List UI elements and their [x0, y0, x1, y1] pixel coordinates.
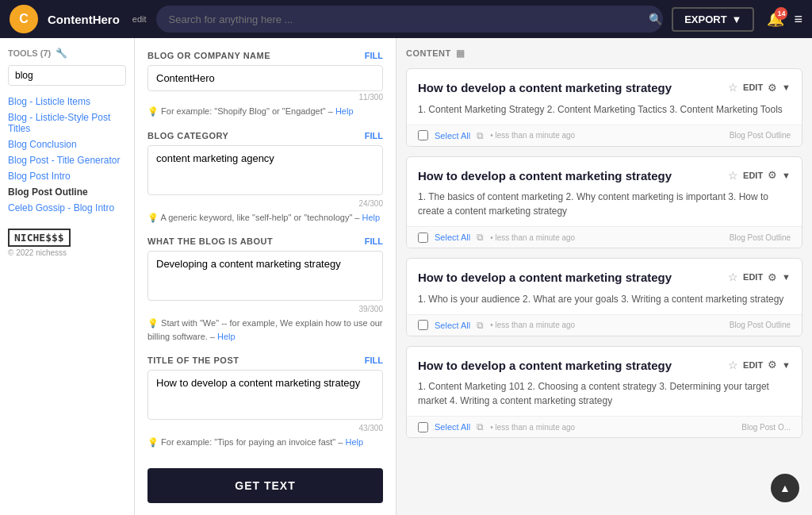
result-card: How to develop a content marketing strat… [406, 156, 802, 249]
blog-category-field: BLOG CATEGORY FILL content marketing age… [147, 131, 383, 225]
wrench-icon[interactable]: 🔧 [56, 48, 67, 59]
app-name: ContentHero [48, 13, 120, 26]
blog-category-help-link[interactable]: Help [362, 213, 381, 222]
title-char-count: 43/300 [147, 424, 383, 432]
sidebar-item[interactable]: Blog - Listicle Items [8, 94, 126, 110]
select-all-link[interactable]: Select All [435, 131, 470, 140]
about-field: WHAT THE BLOG IS ABOUT FILL Developing a… [147, 236, 383, 343]
content-section-title: CONTENT [406, 48, 451, 58]
card-checkbox[interactable] [418, 130, 428, 140]
copy-icon[interactable]: ⧉ [477, 232, 484, 243]
copyright-text: © 2022 nichesss [8, 248, 126, 257]
chevron-down-icon[interactable]: ▼ [782, 171, 791, 180]
star-icon[interactable]: ☆ [728, 169, 738, 182]
sidebar-item[interactable]: Blog Post Outline [8, 184, 126, 200]
edit-button[interactable]: EDIT [743, 83, 763, 92]
title-label: TITLE OF THE POST [147, 356, 239, 365]
sidebar-links: Blog - Listicle ItemsBlog - Listicle-Sty… [8, 94, 126, 216]
card-type-label: Blog Post Outline [730, 233, 791, 242]
content-header: CONTENT ▦ [406, 48, 802, 59]
blog-name-field: BLOG OR COMPANY NAME FILL 11/300 💡 For e… [147, 51, 383, 118]
title-fill-button[interactable]: FILL [365, 356, 383, 365]
edit-button[interactable]: EDIT [743, 272, 763, 282]
select-all-link[interactable]: Select All [435, 422, 470, 432]
main-layout: TOOLS (7) 🔧 Blog - Listicle ItemsBlog - … [0, 38, 812, 515]
sidebar-item[interactable]: Blog - Listicle-Style Post Titles [8, 110, 126, 136]
star-icon[interactable]: ☆ [728, 359, 738, 371]
card-body-text: 1. Who is your audience 2. What are your… [418, 292, 791, 306]
about-hint: 💡 Start with "We" -- for example, We exp… [147, 317, 383, 343]
notifications-button[interactable]: 🔔 14 [767, 10, 784, 28]
chevron-down-icon[interactable]: ▼ [782, 83, 791, 92]
sidebar-search-input[interactable] [8, 65, 126, 86]
edit-link[interactable]: edit [132, 14, 147, 24]
title-help-link[interactable]: Help [345, 437, 363, 447]
chevron-down-icon[interactable]: ▼ [782, 272, 791, 282]
gear-icon[interactable]: ⚙ [768, 169, 777, 181]
top-nav: C ContentHero edit 🔍 EXPORT ▼ 🔔 14 ≡ [0, 0, 812, 38]
sidebar-bottom: NICHE$$$ © 2022 nichesss [8, 229, 126, 257]
export-button[interactable]: EXPORT ▼ [672, 7, 754, 32]
menu-icon[interactable]: ≡ [794, 11, 802, 28]
card-checkbox[interactable] [418, 422, 428, 432]
edit-button[interactable]: EDIT [743, 171, 763, 180]
chevron-down-icon[interactable]: ▼ [782, 360, 791, 370]
blog-category-fill-button[interactable]: FILL [365, 131, 383, 140]
card-checkbox[interactable] [418, 233, 428, 243]
about-input[interactable]: Developing a content marketing strategy [147, 251, 383, 301]
edit-button[interactable]: EDIT [743, 360, 763, 370]
blog-category-input[interactable]: content marketing agency [147, 145, 383, 195]
sidebar-item[interactable]: Blog Post Intro [8, 168, 126, 184]
copy-icon[interactable]: ⧉ [477, 320, 484, 331]
tools-title: TOOLS (7) [8, 48, 51, 58]
copy-icon[interactable]: ⧉ [477, 130, 484, 141]
star-icon[interactable]: ☆ [728, 271, 738, 283]
card-title: How to develop a content marketing strat… [418, 80, 722, 96]
sidebar-item[interactable]: Blog Conclusion [8, 136, 126, 152]
blog-name-fill-button[interactable]: FILL [365, 51, 383, 60]
select-all-link[interactable]: Select All [435, 233, 470, 242]
timestamp: • less than a minute ago [490, 233, 575, 242]
title-hint: 💡 For example: "Tips for paying an invoi… [147, 436, 383, 449]
card-type-label: Blog Post Outline [730, 131, 791, 140]
sidebar-item[interactable]: Blog Post - Title Generator [8, 152, 126, 168]
card-checkbox[interactable] [418, 320, 428, 330]
blog-name-label: BLOG OR COMPANY NAME [147, 51, 270, 60]
timestamp: • less than a minute ago [490, 131, 575, 140]
select-all-link[interactable]: Select All [435, 321, 470, 330]
card-title: How to develop a content marketing strat… [418, 358, 722, 374]
card-title: How to develop a content marketing strat… [418, 270, 722, 286]
copy-icon[interactable]: ⧉ [477, 421, 484, 432]
about-label: WHAT THE BLOG IS ABOUT [147, 236, 273, 246]
title-input[interactable]: How to develop a content marketing strat… [147, 370, 383, 420]
blog-name-input[interactable] [147, 65, 383, 91]
timestamp: • less than a minute ago [490, 321, 575, 329]
card-type-label: Blog Post Outline [730, 321, 791, 329]
app-logo: C [10, 5, 38, 33]
gear-icon[interactable]: ⚙ [768, 271, 777, 283]
tools-header: TOOLS (7) 🔧 [8, 48, 126, 59]
about-help-link[interactable]: Help [217, 332, 236, 341]
get-text-button[interactable]: GET TEXT [147, 468, 383, 503]
result-cards: How to develop a content marketing strat… [406, 68, 802, 438]
notification-badge: 14 [775, 7, 787, 20]
about-char-count: 39/300 [147, 305, 383, 313]
scroll-up-button[interactable]: ▲ [771, 474, 799, 502]
result-card: How to develop a content marketing strat… [406, 346, 802, 439]
sidebar-item[interactable]: Celeb Gossip - Blog Intro [8, 200, 126, 216]
star-icon[interactable]: ☆ [728, 81, 738, 94]
search-input[interactable] [156, 6, 664, 33]
card-body-text: 1. The basics of content marketing 2. Wh… [418, 190, 791, 218]
card-type-label: Blog Post O... [741, 423, 791, 432]
timestamp: • less than a minute ago [490, 423, 575, 432]
content-grid-icon: ▦ [456, 48, 465, 59]
gear-icon[interactable]: ⚙ [768, 82, 777, 94]
sidebar: TOOLS (7) 🔧 Blog - Listicle ItemsBlog - … [0, 38, 135, 515]
blog-name-hint: 💡 For example: "Shopify Blog" or "Engadg… [147, 105, 383, 118]
blog-category-hint: 💡 A generic keyword, like "self-help" or… [147, 211, 383, 225]
blog-category-char-count: 24/300 [147, 199, 383, 208]
blog-name-help-link[interactable]: Help [335, 106, 354, 116]
form-panel: BLOG OR COMPANY NAME FILL 11/300 💡 For e… [135, 38, 396, 515]
about-fill-button[interactable]: FILL [365, 236, 383, 246]
gear-icon[interactable]: ⚙ [768, 359, 777, 371]
